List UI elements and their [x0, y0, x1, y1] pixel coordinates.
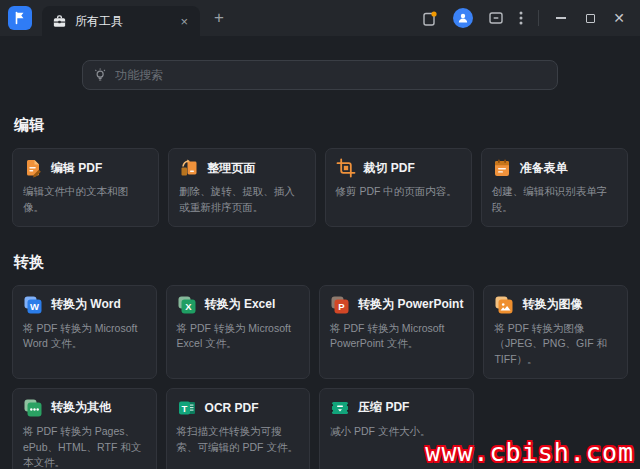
- prepare-form-icon: [492, 158, 512, 178]
- account-avatar[interactable]: [453, 8, 473, 28]
- tool-card-to-powerpoint[interactable]: P 转换为 PowerPoint 将 PDF 转换为 Microsoft Pow…: [319, 285, 474, 379]
- titlebar-separator: [538, 10, 539, 26]
- card-desc: 将 PDF 转换为 Microsoft PowerPoint 文件。: [330, 321, 463, 353]
- svg-text:T: T: [181, 403, 187, 414]
- card-title: 转换为 Word: [51, 296, 121, 313]
- card-desc: 将 PDF 转换为 Microsoft Excel 文件。: [177, 321, 300, 353]
- to-powerpoint-icon: P: [330, 295, 350, 315]
- card-title: 裁切 PDF: [364, 160, 415, 177]
- close-window-icon: ✕: [613, 11, 625, 25]
- card-title: 转换为 PowerPoint: [358, 296, 463, 313]
- search-input[interactable]: [115, 68, 547, 82]
- tool-card-edit-pdf[interactable]: 编辑 PDF 编辑文件中的文本和图像。: [12, 148, 159, 227]
- edit-cards-grid: 编辑 PDF 编辑文件中的文本和图像。 整理页面 删除、旋转、提取、插入或重新排…: [12, 148, 628, 227]
- section-title-edit: 编辑: [14, 116, 628, 135]
- crop-pdf-icon: [336, 158, 356, 178]
- maximize-button[interactable]: [583, 11, 597, 25]
- svg-text:P: P: [338, 301, 345, 312]
- kebab-menu-icon[interactable]: [519, 10, 523, 26]
- lightbulb-icon: [93, 68, 107, 83]
- tool-card-prepare-form[interactable]: 准备表单 创建、编辑和识别表单字段。: [481, 148, 628, 227]
- person-icon: [457, 12, 469, 24]
- close-window-button[interactable]: ✕: [612, 11, 626, 25]
- new-tab-icon[interactable]: +: [214, 8, 224, 28]
- card-desc: 创建、编辑和识别表单字段。: [492, 184, 617, 216]
- whats-new-icon[interactable]: [421, 10, 438, 27]
- tab-close-icon[interactable]: ×: [176, 13, 192, 30]
- card-desc: 将 PDF 转换为 Pages、ePub、HTML、RTF 和文本文件。: [23, 424, 146, 469]
- card-title: OCR PDF: [205, 401, 259, 415]
- to-other-icon: [23, 398, 43, 418]
- card-desc: 将 PDF 转换为图像（JPEG、PNG、GIF 和 TIFF）。: [494, 321, 617, 368]
- tool-card-crop-pdf[interactable]: 裁切 PDF 修剪 PDF 中的页面内容。: [325, 148, 472, 227]
- organize-pages-icon: [179, 158, 199, 178]
- search-bar[interactable]: [82, 60, 558, 90]
- card-desc: 编辑文件中的文本和图像。: [23, 184, 148, 216]
- card-title: 转换为 Excel: [205, 296, 276, 313]
- compress-pdf-icon: [330, 398, 350, 418]
- tool-card-compress-pdf[interactable]: 压缩 PDF 减小 PDF 文件大小。: [319, 388, 474, 469]
- to-excel-icon: X: [177, 295, 197, 315]
- card-desc: 删除、旋转、提取、插入或重新排序页面。: [179, 184, 304, 216]
- card-desc: 将 PDF 转换为 Microsoft Word 文件。: [23, 321, 146, 353]
- card-title: 转换为图像: [522, 296, 582, 313]
- app-logo-icon[interactable]: [8, 6, 32, 30]
- tool-card-to-other[interactable]: 转换为其他 将 PDF 转换为 Pages、ePub、HTML、RTF 和文本文…: [12, 388, 157, 469]
- tab-title: 所有工具: [75, 13, 176, 30]
- card-title: 整理页面: [207, 160, 255, 177]
- toolbox-icon: [52, 14, 67, 29]
- to-image-icon: [494, 295, 514, 315]
- section-title-convert: 转换: [14, 253, 628, 272]
- tool-card-to-word[interactable]: W 转换为 Word 将 PDF 转换为 Microsoft Word 文件。: [12, 285, 157, 379]
- svg-text:W: W: [30, 301, 39, 312]
- svg-text:X: X: [185, 301, 192, 312]
- titlebar: 所有工具 × +: [0, 0, 640, 36]
- minimize-button[interactable]: [554, 11, 568, 25]
- card-desc: 修剪 PDF 中的页面内容。: [336, 184, 461, 200]
- feedback-icon[interactable]: [488, 10, 504, 26]
- to-word-icon: W: [23, 295, 43, 315]
- card-desc: 将扫描文件转换为可搜索、可编辑的 PDF 文件。: [177, 424, 300, 456]
- tab-all-tools[interactable]: 所有工具 ×: [42, 6, 200, 36]
- flag-logo-icon: [13, 11, 27, 25]
- card-title: 转换为其他: [51, 399, 111, 416]
- convert-cards-grid: W 转换为 Word 将 PDF 转换为 Microsoft Word 文件。 …: [12, 285, 628, 469]
- tool-card-organize-pages[interactable]: 整理页面 删除、旋转、提取、插入或重新排序页面。: [168, 148, 315, 227]
- edit-pdf-icon: [23, 158, 43, 178]
- tool-card-to-image[interactable]: 转换为图像 将 PDF 转换为图像（JPEG、PNG、GIF 和 TIFF）。: [483, 285, 628, 379]
- card-title: 编辑 PDF: [51, 160, 102, 177]
- ocr-pdf-icon: T: [177, 398, 197, 418]
- card-title: 准备表单: [520, 160, 568, 177]
- tool-card-to-excel[interactable]: X 转换为 Excel 将 PDF 转换为 Microsoft Excel 文件…: [166, 285, 311, 379]
- card-title: 压缩 PDF: [358, 399, 409, 416]
- tool-card-ocr-pdf[interactable]: T OCR PDF 将扫描文件转换为可搜索、可编辑的 PDF 文件。: [166, 388, 311, 469]
- all-tools-page: 编辑 编辑 PDF 编辑文件中的文本和图像。: [0, 60, 640, 469]
- card-desc: 减小 PDF 文件大小。: [330, 424, 463, 440]
